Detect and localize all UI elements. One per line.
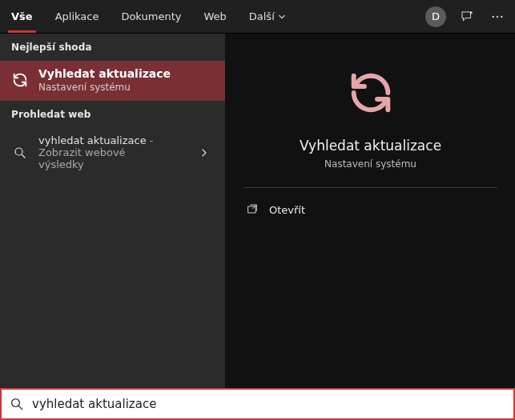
tab-label: Aplikace (55, 10, 99, 22)
result-title: vyhledat aktualizace - Zobrazit webové (38, 134, 190, 158)
web-query-text: vyhledat aktualizace (38, 134, 147, 146)
result-texts: Vyhledat aktualizace Nastavení systému (38, 67, 214, 93)
svg-point-4 (15, 148, 22, 155)
svg-point-0 (470, 11, 473, 14)
action-open[interactable]: Otevřít (243, 196, 497, 223)
search-start-panel: Vše Aplikace Dokumenty Web Další D Ne (0, 0, 515, 420)
action-open-label: Otevřít (269, 204, 305, 216)
main-area: Nejlepší shoda Vyhledat aktualizace Nast… (0, 34, 515, 388)
user-avatar[interactable]: D (425, 6, 446, 27)
user-initial: D (432, 10, 440, 22)
tab-documents[interactable]: Dokumenty (110, 0, 192, 33)
result-subtitle: Nastavení systému (38, 82, 214, 93)
result-title: Vyhledat aktualizace (38, 67, 214, 80)
tab-label: Web (203, 10, 226, 22)
tab-label: Dokumenty (121, 10, 181, 22)
search-bar (0, 388, 515, 420)
preview-subtitle: Nastavení systému (243, 158, 497, 170)
feedback-icon[interactable] (457, 7, 477, 26)
svg-point-3 (501, 15, 502, 17)
search-input[interactable] (32, 397, 505, 411)
web-suffix-line2: výsledky (38, 158, 190, 170)
result-web-search[interactable]: vyhledat aktualizace - Zobrazit webové v… (0, 128, 225, 178)
results-pane: Nejlepší shoda Vyhledat aktualizace Nast… (0, 34, 226, 388)
section-best-match: Nejlepší shoda (0, 34, 225, 61)
section-search-web: Prohledat web (0, 101, 225, 128)
result-texts: vyhledat aktualizace - Zobrazit webové v… (38, 134, 190, 170)
search-icon (11, 144, 29, 162)
tab-apps[interactable]: Aplikace (44, 0, 111, 33)
divider (243, 187, 497, 188)
preview-icon-wrap (243, 67, 497, 118)
result-best-match[interactable]: Vyhledat aktualizace Nastavení systému (0, 61, 225, 101)
svg-line-5 (22, 154, 25, 158)
tab-all[interactable]: Vše (0, 0, 44, 33)
filter-tabs-bar: Vše Aplikace Dokumenty Web Další D (0, 0, 515, 34)
chevron-down-icon (278, 13, 286, 21)
web-suffix-line1: Zobrazit webové (38, 146, 126, 158)
sync-icon (345, 67, 396, 118)
web-suffix-sep: - (147, 134, 154, 146)
tab-label: Další (249, 10, 275, 22)
chevron-right-icon (199, 148, 214, 158)
tab-web[interactable]: Web (192, 0, 237, 33)
preview-title: Vyhledat aktualizace (243, 138, 497, 154)
more-options-icon[interactable] (488, 7, 507, 26)
search-icon (10, 397, 24, 411)
svg-point-7 (12, 399, 20, 407)
open-icon (245, 202, 260, 217)
tab-more[interactable]: Další (238, 0, 297, 33)
tab-label: Vše (11, 10, 33, 22)
preview-pane: Vyhledat aktualizace Nastavení systému O… (226, 34, 515, 388)
svg-line-8 (19, 406, 22, 410)
svg-point-2 (497, 15, 498, 17)
svg-point-1 (493, 15, 494, 17)
tabs-right-actions: D (425, 0, 515, 33)
sync-icon (11, 71, 29, 89)
filter-tabs: Vše Aplikace Dokumenty Web Další (0, 0, 297, 33)
